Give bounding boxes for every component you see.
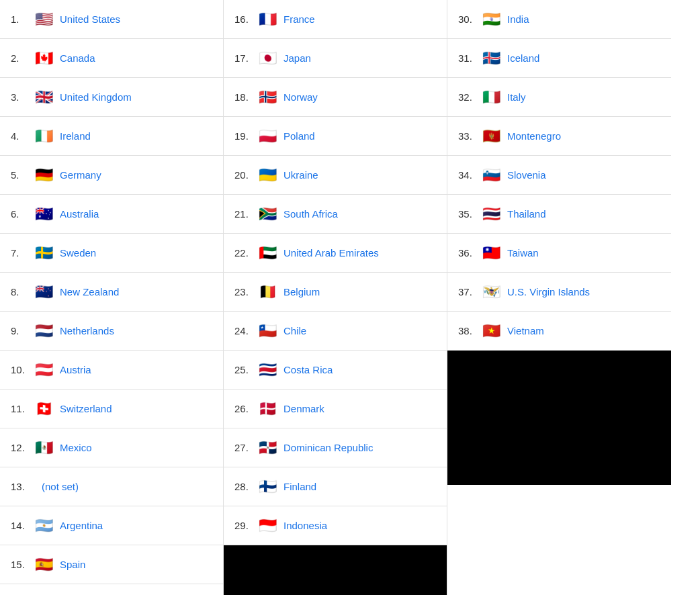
country-name: Switzerland bbox=[60, 403, 112, 414]
flag-icon: 🇻🇳 bbox=[482, 324, 500, 338]
list-item[interactable]: 24.🇨🇱Chile bbox=[224, 312, 447, 351]
country-name: Belgium bbox=[283, 286, 320, 298]
flag-icon: 🇦🇹 bbox=[35, 363, 53, 377]
list-item[interactable]: 8.🇳🇿New Zealand bbox=[0, 273, 223, 312]
list-item[interactable]: 20.🇺🇦Ukraine bbox=[224, 156, 447, 195]
country-name: United Kingdom bbox=[60, 91, 132, 103]
list-item[interactable]: 29.🇮🇩Indonesia bbox=[224, 506, 447, 545]
country-name: Netherlands bbox=[60, 325, 114, 336]
country-name: France bbox=[283, 13, 315, 25]
item-number: 21. bbox=[234, 208, 259, 220]
item-number: 13. bbox=[11, 481, 35, 492]
list-item[interactable]: 38.🇻🇳Vietnam bbox=[447, 312, 671, 351]
list-item[interactable]: 32.🇮🇹Italy bbox=[447, 78, 671, 117]
flag-icon: 🇨🇭 bbox=[35, 402, 53, 416]
country-name: Mexico bbox=[60, 442, 92, 453]
item-number: 18. bbox=[234, 91, 259, 103]
item-number: 33. bbox=[458, 130, 482, 142]
country-name: Dominican Republic bbox=[283, 442, 373, 453]
item-number: 32. bbox=[458, 91, 482, 103]
country-name: Argentina bbox=[60, 520, 103, 531]
item-number: 9. bbox=[11, 325, 35, 336]
list-item[interactable]: 15.🇪🇸Spain bbox=[0, 545, 223, 584]
flag-icon: 🇮🇳 bbox=[482, 12, 500, 27]
list-item[interactable]: 35.🇹🇭Thailand bbox=[447, 195, 671, 234]
list-item[interactable]: 3.🇬🇧United Kingdom bbox=[0, 78, 223, 117]
flag-icon: 🇦🇺 bbox=[35, 207, 53, 222]
country-name: Austria bbox=[60, 364, 91, 375]
list-item[interactable]: 6.🇦🇺Australia bbox=[0, 195, 223, 234]
country-name: Finland bbox=[283, 481, 316, 492]
column-3: 30.🇮🇳India31.🇮🇸Iceland32.🇮🇹Italy33.🇲🇪Mon… bbox=[447, 0, 671, 595]
flag-icon: 🇯🇵 bbox=[259, 51, 277, 66]
list-item[interactable]: 26.🇩🇰Denmark bbox=[224, 390, 447, 428]
list-item[interactable]: 7.🇸🇪Sweden bbox=[0, 234, 223, 273]
country-name: Slovenia bbox=[507, 169, 546, 181]
country-name: Poland bbox=[283, 130, 315, 142]
list-item[interactable]: 18.🇳🇴Norway bbox=[224, 78, 447, 117]
item-number: 11. bbox=[11, 403, 35, 414]
list-item[interactable]: 30.🇮🇳India bbox=[447, 0, 671, 39]
list-item[interactable]: 16.🇫🇷France bbox=[224, 0, 447, 39]
list-item[interactable]: 5.🇩🇪Germany bbox=[0, 156, 223, 195]
item-number: 30. bbox=[458, 13, 482, 25]
item-number: 31. bbox=[458, 52, 482, 64]
country-list: 1.🇺🇸United States2.🇨🇦Canada3.🇬🇧United Ki… bbox=[0, 0, 700, 595]
country-name: Germany bbox=[60, 169, 101, 181]
flag-icon: 🇸🇪 bbox=[35, 246, 53, 261]
list-item[interactable]: 21.🇿🇦South Africa bbox=[224, 195, 447, 234]
list-item[interactable]: 2.🇨🇦Canada bbox=[0, 39, 223, 78]
black-block bbox=[224, 545, 447, 595]
list-item[interactable]: 17.🇯🇵Japan bbox=[224, 39, 447, 78]
list-item[interactable]: 14.🇦🇷Argentina bbox=[0, 506, 223, 545]
flag-icon: 🇦🇷 bbox=[35, 518, 53, 533]
flag-icon: 🇺🇸 bbox=[35, 12, 53, 27]
country-name: Costa Rica bbox=[283, 364, 333, 375]
flag-icon: 🇨🇷 bbox=[259, 363, 277, 377]
flag-icon: 🇨🇱 bbox=[259, 324, 277, 338]
country-name: Iceland bbox=[507, 52, 539, 64]
flag-icon: 🇸🇮 bbox=[482, 168, 500, 183]
country-name: Australia bbox=[60, 208, 99, 220]
item-number: 10. bbox=[11, 364, 35, 375]
item-number: 26. bbox=[234, 403, 259, 414]
flag-icon: 🇳🇿 bbox=[35, 285, 53, 300]
country-name: Taiwan bbox=[507, 247, 539, 259]
list-item[interactable]: 33.🇲🇪Montenegro bbox=[447, 117, 671, 156]
flag-icon: 🇫🇮 bbox=[259, 479, 277, 494]
item-number: 19. bbox=[234, 130, 259, 142]
item-number: 36. bbox=[458, 247, 482, 259]
list-item[interactable]: 19.🇵🇱Poland bbox=[224, 117, 447, 156]
list-item[interactable]: 11.🇨🇭Switzerland bbox=[0, 390, 223, 428]
item-number: 3. bbox=[11, 91, 35, 103]
item-number: 8. bbox=[11, 286, 35, 298]
list-item[interactable]: 36.🇹🇼Taiwan bbox=[447, 234, 671, 273]
list-item[interactable]: 27.🇩🇴Dominican Republic bbox=[224, 428, 447, 467]
list-item[interactable]: 9.🇳🇱Netherlands bbox=[0, 312, 223, 351]
list-item[interactable]: 23.🇧🇪Belgium bbox=[224, 273, 447, 312]
list-item[interactable]: 12.🇲🇽Mexico bbox=[0, 428, 223, 467]
country-name: Ireland bbox=[60, 130, 91, 142]
list-item[interactable]: 34.🇸🇮Slovenia bbox=[447, 156, 671, 195]
list-item[interactable]: 13.(not set) bbox=[0, 467, 223, 506]
list-item[interactable]: 37.🇻🇮U.S. Virgin Islands bbox=[447, 273, 671, 312]
country-name: (not set) bbox=[42, 481, 79, 492]
list-item[interactable]: 22.🇦🇪United Arab Emirates bbox=[224, 234, 447, 273]
list-item[interactable]: 28.🇫🇮Finland bbox=[224, 467, 447, 506]
list-item[interactable]: 25.🇨🇷Costa Rica bbox=[224, 351, 447, 390]
flag-icon: 🇹🇼 bbox=[482, 246, 500, 261]
item-number: 16. bbox=[234, 13, 259, 25]
item-number: 2. bbox=[11, 52, 35, 64]
country-name: United Arab Emirates bbox=[283, 247, 379, 259]
flag-icon: 🇩🇴 bbox=[259, 441, 277, 455]
list-item[interactable]: 1.🇺🇸United States bbox=[0, 0, 223, 39]
item-number: 14. bbox=[11, 520, 35, 531]
list-item[interactable]: 4.🇮🇪Ireland bbox=[0, 117, 223, 156]
item-number: 34. bbox=[458, 169, 482, 181]
flag-icon: 🇧🇪 bbox=[259, 285, 277, 300]
list-item[interactable]: 10.🇦🇹Austria bbox=[0, 351, 223, 390]
list-item[interactable]: 31.🇮🇸Iceland bbox=[447, 39, 671, 78]
item-number: 24. bbox=[234, 325, 259, 336]
black-block bbox=[447, 351, 671, 485]
flag-icon: 🇮🇹 bbox=[482, 90, 500, 105]
